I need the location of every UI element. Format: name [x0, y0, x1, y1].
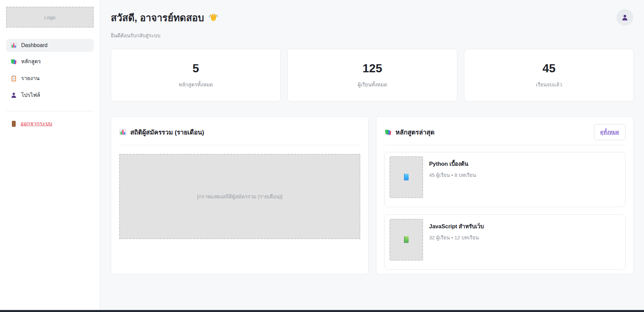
page-subtitle: ยินดีต้อนรับกลับสู่ระบบ — [111, 32, 634, 40]
panel-title-text: สถิติผู้สมัครรวม (รายเดือน) — [130, 127, 204, 137]
waving-hand-icon — [208, 13, 219, 23]
chart-placeholder: [กราฟแสดงสถิติผู้สมัครรวม (รายเดือน)] — [119, 154, 360, 239]
panel-divider — [119, 145, 360, 145]
stat-card-total-students: 125 ผู้เรียนทั้งหมด — [287, 49, 457, 102]
sidebar-item-label: โปรไฟล์ — [21, 91, 40, 99]
bar-chart-icon — [10, 42, 17, 49]
course-meta: 45 ผู้เรียน • 8 บทเรียน — [429, 171, 476, 179]
stat-value: 5 — [192, 62, 199, 75]
latest-courses-panel: หลักสูตรล่าสุด ดูทั้งหมด Python เบื้องต — [376, 116, 634, 274]
sidebar-item-reports[interactable]: รายงาน — [6, 71, 94, 85]
bar-chart-icon — [119, 128, 127, 136]
course-info: Python เบื้องต้น 45 ผู้เรียน • 8 บทเรียน — [429, 156, 476, 203]
course-info: JavaScript สำหรับเว็บ 32 ผู้เรียน • 12 บ… — [429, 219, 484, 265]
course-item-python[interactable]: Python เบื้องต้น 45 ผู้เรียน • 8 บทเรียน — [384, 152, 626, 207]
stat-label: หลักสูตรทั้งหมด — [179, 81, 213, 89]
sidebar-item-courses[interactable]: หลักสูตร — [6, 54, 94, 69]
panel-title: สถิติผู้สมัครรวม (รายเดือน) — [119, 127, 204, 137]
logo-text: Logo — [44, 14, 55, 20]
sidebar-item-label: รายงาน — [21, 74, 40, 82]
books-icon — [384, 128, 392, 136]
sidebar-item-label: หลักสูตร — [21, 57, 41, 66]
page-title: สวัสดี, อาจารย์ทดสอบ — [111, 10, 634, 26]
cards-row: สถิติผู้สมัครรวม (รายเดือน) [กราฟแสดงสถิ… — [111, 116, 634, 274]
sidebar-item-label: Dashboard — [21, 42, 47, 48]
course-title: Python เบื้องต้น — [429, 159, 476, 168]
course-meta: 32 ผู้เรียน • 12 บทเรียน — [429, 234, 484, 242]
course-list: Python เบื้องต้น 45 ผู้เรียน • 8 บทเรียน… — [384, 152, 626, 270]
main-content: สวัสดี, อาจารย์ทดสอบ ยินดีต้อนรับกลับสู่… — [100, 0, 644, 312]
books-icon — [10, 58, 17, 65]
panel-divider — [384, 145, 626, 145]
view-all-button[interactable]: ดูทั้งหมด — [594, 124, 626, 140]
panel-title-row: หลักสูตรล่าสุด ดูทั้งหมด — [384, 124, 626, 140]
enrollment-stats-panel: สถิติผู้สมัครรวม (รายเดือน) [กราฟแสดงสถิ… — [111, 116, 369, 274]
stat-label: ผู้เรียนทั้งหมด — [358, 81, 387, 89]
course-thumbnail-placeholder — [389, 156, 423, 198]
logout-label: ออกจากระบบ — [20, 119, 52, 128]
sidebar-item-profile[interactable]: โปรไฟล์ — [6, 88, 94, 102]
logo-placeholder: Logo — [6, 7, 94, 28]
sidebar-item-dashboard[interactable]: Dashboard — [6, 39, 94, 52]
sidebar-divider — [6, 111, 94, 111]
avatar[interactable] — [616, 9, 633, 26]
clipboard-icon — [10, 75, 17, 82]
person-icon — [621, 14, 629, 21]
logout-link[interactable]: ออกจากระบบ — [6, 119, 94, 128]
stats-row: 5 หลักสูตรทั้งหมด 125 ผู้เรียนทั้งหมด 45… — [111, 49, 634, 102]
stat-card-completed: 45 เรียนจบแล้ว — [464, 49, 634, 102]
person-icon — [10, 92, 17, 99]
green-book-icon — [402, 235, 411, 244]
stat-value: 125 — [363, 62, 382, 75]
stat-card-total-courses: 5 หลักสูตรทั้งหมด — [111, 49, 281, 102]
chart-placeholder-text: [กราฟแสดงสถิติผู้สมัครรวม (รายเดือน)] — [197, 193, 282, 201]
panel-title-row: สถิติผู้สมัครรวม (รายเดือน) — [119, 124, 360, 140]
course-item-javascript[interactable]: JavaScript สำหรับเว็บ 32 ผู้เรียน • 12 บ… — [384, 214, 626, 270]
door-icon — [10, 120, 17, 127]
stat-value: 45 — [543, 62, 556, 75]
blue-book-icon — [402, 173, 411, 182]
course-thumbnail-placeholder — [389, 219, 423, 261]
panel-title: หลักสูตรล่าสุด — [384, 127, 434, 137]
panel-title-text: หลักสูตรล่าสุด — [396, 127, 434, 137]
sidebar: Logo Dashboard หลักสูตร รายงาน — [0, 0, 100, 312]
bottom-window-edge — [0, 310, 644, 312]
sidebar-nav: Dashboard หลักสูตร รายงาน โปรไฟล์ — [6, 39, 94, 102]
dashboard-page: Logo Dashboard หลักสูตร รายงาน — [0, 0, 644, 312]
greeting-text: สวัสดี, อาจารย์ทดสอบ — [111, 10, 204, 26]
stat-label: เรียนจบแล้ว — [536, 81, 562, 89]
course-title: JavaScript สำหรับเว็บ — [429, 222, 484, 231]
